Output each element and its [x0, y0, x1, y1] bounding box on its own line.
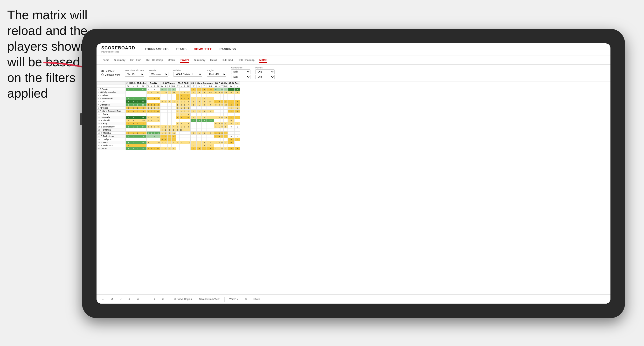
sub-nav-summary1[interactable]: Summary	[114, 58, 125, 62]
toolbar-icon1[interactable]: ⊞	[243, 297, 248, 301]
compact-view-option[interactable]: Compact View	[101, 73, 120, 76]
matrix-cell: 3	[234, 88, 240, 91]
nav-tournaments[interactable]: TOURNAMENTS	[145, 46, 169, 52]
compact-view-radio[interactable]	[101, 73, 104, 76]
matrix-content[interactable]: 2. M Kelly Mulcahy 6. A Dy 11. G Woods 2…	[96, 81, 610, 294]
full-view-radio[interactable]	[101, 70, 104, 72]
nav-teams[interactable]: TEAMS	[176, 46, 187, 52]
matrix-cell: 4	[160, 88, 164, 91]
sub-nav-h2h-grid2[interactable]: H2H Grid	[222, 58, 233, 62]
toolbar-add2[interactable]: ⊕	[135, 297, 141, 301]
matrix-cell: 1	[150, 147, 153, 150]
matrix-cell	[153, 100, 156, 103]
matrix-cell	[190, 128, 197, 132]
sub-nav-summary2[interactable]: Summary	[194, 58, 205, 62]
matrix-cell: 2	[218, 122, 220, 125]
sub-nav-detail[interactable]: Detail	[210, 58, 217, 62]
toolbar-undo[interactable]: ↩	[100, 297, 106, 301]
matrix-cell	[168, 116, 172, 119]
matrix-cell	[183, 147, 186, 150]
matrix-cell: 2	[176, 141, 179, 144]
matrix-cell: 0	[150, 135, 153, 138]
row-player-name: 6. A Dy	[97, 100, 126, 103]
matrix-cell: 0	[153, 107, 156, 110]
matrix-cell: 8	[207, 144, 214, 147]
matrix-cell	[135, 128, 140, 132]
toolbar-zoom-out[interactable]: −	[144, 297, 149, 301]
toolbar-share[interactable]: Share	[252, 297, 262, 301]
matrix-cell	[153, 122, 156, 125]
full-view-option[interactable]: Full View	[101, 70, 120, 73]
toolbar-back[interactable]: ↩	[118, 297, 124, 301]
matrix-cell	[164, 107, 168, 110]
matrix-cell: 14	[156, 147, 160, 150]
row-player-name: 5. A Nomrowski	[97, 97, 126, 100]
matrix-cell: 1	[131, 141, 135, 144]
sub-nav-h2h-heatmap1[interactable]: H2H Heatmap	[146, 58, 163, 62]
matrix-cell	[224, 94, 228, 97]
table-row: 21. O Stoll400312101411092211110903	[97, 147, 240, 150]
matrix-cell: 0	[176, 110, 179, 113]
matrix-cell: 2	[126, 144, 131, 147]
toolbar-zoom-in[interactable]: +	[152, 297, 157, 301]
region-select[interactable]: East - DII	[207, 72, 226, 77]
matrix-cell: 0	[190, 103, 197, 107]
matrix-cell	[135, 94, 140, 97]
col-header-2: 2. M Kelly Mulcahy	[126, 82, 147, 85]
sub-nav-h2h-heatmap2[interactable]: H2H Heatmap	[238, 58, 254, 62]
matrix-cell: 9	[172, 147, 176, 150]
matrix-cell: 0	[135, 135, 140, 138]
matrix-cell	[190, 122, 197, 125]
matrix-cell: -2	[140, 122, 146, 125]
matrix-cell: 1	[179, 125, 183, 128]
matrix-cell: 11	[179, 128, 183, 132]
matrix-cell: 4	[168, 100, 172, 103]
toolbar-refresh[interactable]: ⟳	[160, 297, 166, 301]
matrix-cell: 1	[131, 135, 135, 138]
toolbar-watch[interactable]: Watch ▾	[228, 297, 240, 301]
matrix-cell: 0	[220, 88, 224, 91]
matrix-cell: 4	[150, 116, 153, 119]
matrix-cell: 1	[197, 103, 202, 107]
players-select2[interactable]: (All)	[255, 75, 274, 79]
toolbar-view-original[interactable]: 👁 View: Original	[172, 297, 194, 301]
matrix-cell: 0	[179, 116, 183, 119]
matrix-cell	[214, 119, 218, 122]
matrix-cell: 1	[176, 116, 179, 119]
matrix-cell: 0	[168, 132, 172, 135]
matrix-cell	[218, 144, 220, 147]
matrix-cell: 45	[207, 91, 214, 94]
conference-select2[interactable]: (All)	[231, 75, 250, 79]
toolbar-save-custom[interactable]: Save Custom View	[197, 297, 221, 301]
matrix-cell	[224, 110, 228, 113]
toolbar-add1[interactable]: ⊕	[126, 297, 132, 301]
table-row: 12. A Bianchi200-581104200250	[97, 119, 240, 122]
matrix-cell	[224, 107, 228, 110]
matrix-cell: 0	[202, 132, 207, 135]
matrix-cell: 1	[218, 125, 220, 128]
toolbar-redo[interactable]: ↺	[109, 297, 115, 301]
matrix-cell	[202, 138, 207, 141]
sub-nav-matrix2[interactable]: Matrix	[260, 57, 267, 63]
division-select[interactable]: NCAA Division II	[173, 72, 202, 77]
matrix-cell: 0	[176, 128, 179, 132]
matrix-cell: 1	[164, 147, 168, 150]
sub-nav-teams[interactable]: Teams	[101, 58, 109, 62]
matrix-cell	[164, 103, 168, 107]
tablet-side-button[interactable]	[80, 113, 82, 125]
matrix-cell	[234, 113, 240, 116]
nav-rankings[interactable]: RANKINGS	[220, 46, 236, 52]
sub-nav-h2h-grid1[interactable]: H2H Grid	[130, 58, 141, 62]
players-select[interactable]: (All)	[255, 69, 274, 74]
matrix-cell: 1	[135, 122, 140, 125]
nav-committee[interactable]: COMMITTEE	[194, 46, 212, 52]
max-players-select[interactable]: Top 25	[125, 72, 144, 77]
matrix-cell	[220, 113, 224, 116]
conference-select[interactable]: (All)	[231, 69, 250, 74]
sub-nav-players[interactable]: Players	[180, 57, 189, 63]
gender-select[interactable]: Women's	[149, 72, 168, 77]
matrix-cell: 2	[179, 122, 183, 125]
matrix-cell: 35	[186, 91, 190, 94]
matrix-cell	[207, 122, 214, 125]
sub-nav-matrix1[interactable]: Matrix	[168, 58, 175, 62]
